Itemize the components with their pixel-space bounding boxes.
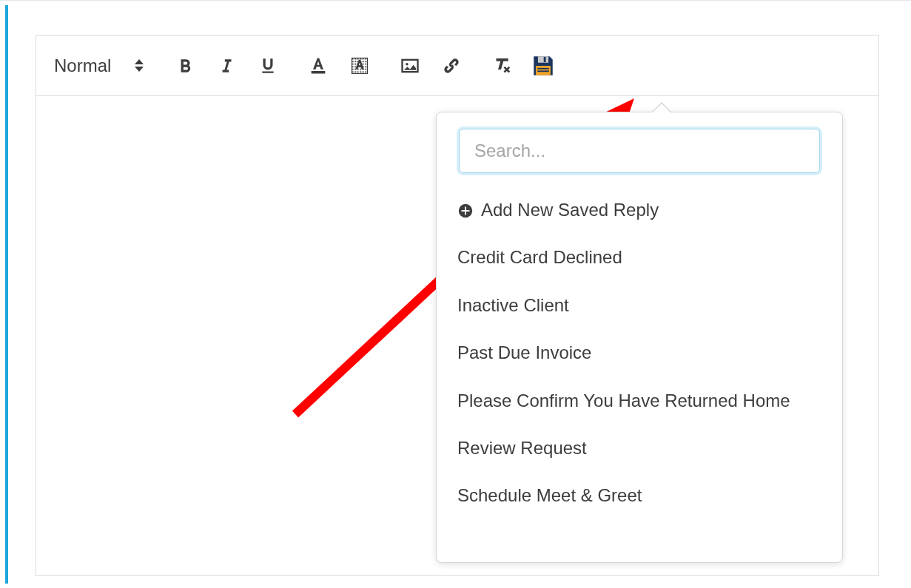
search-wrap <box>437 112 842 183</box>
saved-replies-list[interactable]: Add New Saved Reply Credit Card Declined… <box>437 183 842 562</box>
insert-link-button[interactable] <box>438 53 465 79</box>
saved-replies-button[interactable] <box>530 53 557 79</box>
image-icon <box>400 55 420 76</box>
toolbar-group-style <box>172 53 281 79</box>
saved-reply-item[interactable]: Review Request <box>437 425 842 472</box>
bold-icon <box>175 56 195 75</box>
saved-reply-item[interactable]: Past Due Invoice <box>437 329 842 376</box>
add-new-saved-reply[interactable]: Add New Saved Reply <box>437 186 842 234</box>
add-label: Add New Saved Reply <box>481 198 659 222</box>
clear-format-icon <box>491 55 513 77</box>
editor-body[interactable]: Add New Saved Reply Credit Card Declined… <box>36 96 878 575</box>
link-icon <box>441 55 462 76</box>
toolbar-group-insert <box>397 53 465 79</box>
svg-point-5 <box>406 62 409 65</box>
toolbar-group-color <box>305 53 373 79</box>
format-label: Normal <box>54 55 111 76</box>
italic-icon <box>217 56 236 75</box>
saved-reply-item[interactable]: Please Confirm You Have Returned Home <box>437 377 842 425</box>
svg-rect-9 <box>538 67 550 69</box>
svg-rect-7 <box>544 56 546 61</box>
italic-button[interactable] <box>213 53 240 79</box>
clear-format-button[interactable] <box>488 53 515 79</box>
editor-toolbar: Normal <box>36 36 878 96</box>
svg-rect-10 <box>538 70 550 72</box>
svg-rect-15 <box>462 210 470 212</box>
search-input[interactable] <box>459 129 820 173</box>
toolbar-group-misc <box>488 53 557 79</box>
highlight-icon <box>349 55 370 76</box>
saved-reply-item[interactable]: Schedule Meet & Greet <box>437 472 842 519</box>
saved-replies-dropdown: Add New Saved Reply Credit Card Declined… <box>436 112 843 563</box>
svg-rect-0 <box>312 71 326 74</box>
chevron-updown-icon <box>135 59 144 72</box>
page: Normal <box>0 0 911 588</box>
font-color-icon <box>308 55 329 76</box>
svg-rect-6 <box>538 56 548 63</box>
saved-reply-item[interactable]: Credit Card Declined <box>437 234 842 281</box>
font-color-button[interactable] <box>305 53 332 79</box>
format-picker[interactable]: Normal <box>50 53 148 79</box>
plus-circle-icon <box>457 203 474 219</box>
save-disk-icon <box>531 53 556 78</box>
bold-button[interactable] <box>172 53 198 79</box>
underline-icon <box>258 56 278 75</box>
underline-button[interactable] <box>255 53 281 79</box>
highlight-button[interactable] <box>346 53 373 79</box>
insert-image-button[interactable] <box>397 53 423 79</box>
accent-bar <box>5 5 8 584</box>
rich-text-editor: Normal <box>36 35 879 576</box>
saved-reply-item[interactable]: Inactive Client <box>437 282 842 329</box>
toolbar-group-format: Normal <box>50 53 148 79</box>
